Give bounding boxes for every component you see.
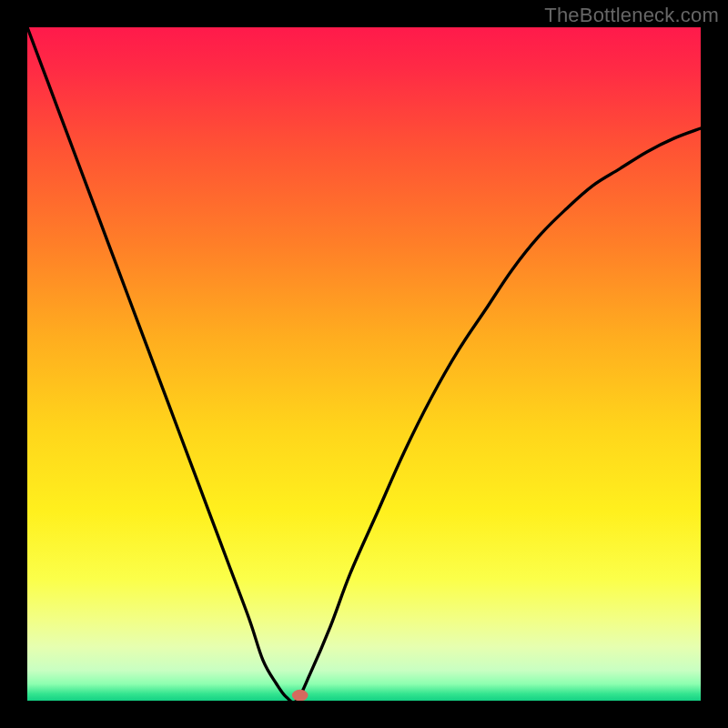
chart-frame: TheBottleneck.com	[0, 0, 728, 728]
plot-svg	[27, 27, 701, 701]
watermark-text: TheBottleneck.com	[544, 4, 719, 27]
plot-area	[27, 27, 701, 701]
gradient-background	[27, 27, 701, 701]
optimum-marker	[292, 690, 308, 701]
